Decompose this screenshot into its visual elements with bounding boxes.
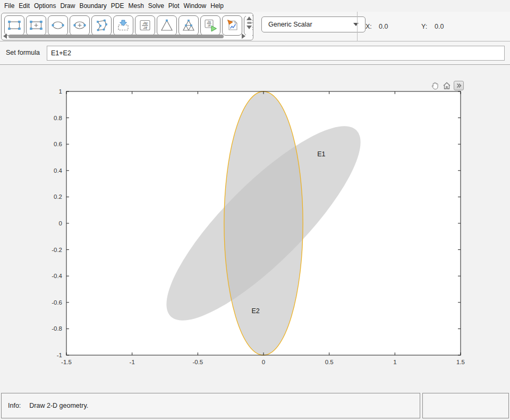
x-tick-label: 1.5 bbox=[456, 359, 465, 365]
solve-pde-button[interactable]: ∂u ∂t bbox=[200, 15, 220, 36]
status-side-panel bbox=[422, 393, 509, 418]
y-tick-label: -0.2 bbox=[52, 247, 62, 253]
svg-text:∂t: ∂t bbox=[143, 26, 148, 30]
x-coordinate-label: X: bbox=[366, 23, 372, 30]
menu-item-solve[interactable]: Solve bbox=[146, 2, 166, 10]
hscrollbar-thumb[interactable] bbox=[8, 35, 224, 38]
polygon-icon bbox=[94, 18, 109, 33]
pde-modeler-window: File Edit Options Draw Boundary PDE Mesh… bbox=[0, 0, 510, 420]
boundary-mode-button[interactable] bbox=[113, 15, 133, 36]
plot-solution-icon bbox=[224, 18, 240, 33]
y-tick-label: -0.8 bbox=[52, 325, 62, 332]
draw-rectangle-button[interactable] bbox=[4, 15, 24, 36]
menu-item-file[interactable]: File bbox=[2, 2, 16, 10]
menu-item-pde[interactable]: PDE bbox=[109, 2, 126, 10]
menu-item-plot[interactable]: Plot bbox=[166, 2, 182, 10]
set-formula-label: Set formula bbox=[6, 49, 40, 56]
y-tick-label: 0.8 bbox=[54, 115, 62, 121]
shape-name-label-e2: E2 bbox=[252, 307, 260, 315]
header-separator bbox=[357, 12, 358, 41]
y-tick-label: 0.2 bbox=[54, 194, 62, 200]
y-tick-label: 0 bbox=[59, 220, 62, 226]
toolbar-strip: ∂u ∂t bbox=[0, 12, 510, 41]
draw-ellipse-button[interactable] bbox=[48, 15, 68, 36]
rectangle-icon bbox=[6, 18, 22, 33]
chevron-down-icon bbox=[353, 23, 359, 26]
menu-item-help[interactable]: Help bbox=[208, 2, 226, 10]
ellipse-centered-icon bbox=[72, 18, 88, 33]
menu-bar: File Edit Options Draw Boundary PDE Mesh… bbox=[0, 0, 510, 12]
ellipse-icon bbox=[50, 18, 66, 33]
y-tick-label: -0.4 bbox=[52, 273, 62, 279]
plot-solution-button[interactable] bbox=[222, 15, 242, 36]
vscrollbar-thumb[interactable] bbox=[247, 22, 252, 24]
plot-area: -1.5-1-0.500.511.5-1-0.8-0.6-0.4-0.200.2… bbox=[0, 65, 510, 392]
boundary-arrow-icon bbox=[115, 18, 131, 33]
pde-type-dropdown[interactable]: Generic Scalar bbox=[261, 16, 366, 32]
menu-item-options[interactable]: Options bbox=[32, 2, 58, 10]
plot-nav-toolbar bbox=[430, 81, 464, 90]
pde-type-value: Generic Scalar bbox=[268, 21, 353, 28]
menu-item-boundary[interactable]: Boundary bbox=[77, 2, 108, 10]
x-tick-label: 0.5 bbox=[325, 359, 334, 365]
y-tick-label: -0.6 bbox=[52, 299, 62, 306]
toolbar-panel: ∂u ∂t bbox=[1, 13, 253, 40]
solve-pde-icon: ∂u ∂t bbox=[202, 18, 218, 33]
y-coordinate-value: 0.0 bbox=[435, 23, 444, 30]
y-tick-label: 1 bbox=[59, 88, 62, 95]
menu-item-mesh[interactable]: Mesh bbox=[126, 2, 146, 10]
scroll-left-arrow-icon[interactable] bbox=[3, 33, 7, 39]
y-coordinate-label: Y: bbox=[421, 23, 427, 30]
draw-polygon-button[interactable] bbox=[91, 15, 112, 36]
status-info-label: Info: bbox=[8, 402, 21, 409]
double-chevron-icon bbox=[456, 82, 462, 89]
mesh-triangle-icon bbox=[159, 18, 175, 33]
refine-mesh-icon bbox=[181, 18, 197, 33]
shape-name-label-e1: E1 bbox=[317, 150, 325, 158]
x-tick-label: -1.5 bbox=[61, 359, 72, 365]
formula-bar: Set formula bbox=[0, 41, 510, 65]
menu-item-edit[interactable]: Edit bbox=[16, 2, 32, 10]
pde-specification-button[interactable]: ∂u ∂t bbox=[135, 15, 155, 36]
svg-text:∂u: ∂u bbox=[143, 21, 148, 26]
y-tick-label: 0.6 bbox=[54, 141, 62, 147]
x-tick-label: 0 bbox=[262, 359, 265, 365]
hscrollbar-track[interactable] bbox=[8, 34, 240, 39]
svg-text:∂u: ∂u bbox=[207, 20, 211, 23]
home-icon[interactable] bbox=[442, 81, 452, 90]
y-tick-label: 0.4 bbox=[54, 167, 63, 174]
x-tick-label: -1 bbox=[130, 359, 135, 365]
pde-coefficients-icon: ∂u ∂t bbox=[137, 18, 153, 33]
toolbar-buttons: ∂u ∂t bbox=[4, 15, 253, 36]
set-formula-input[interactable] bbox=[47, 46, 505, 61]
status-message: Draw 2-D geometry. bbox=[29, 402, 88, 409]
toolbar-vertical-scrollbar bbox=[246, 15, 252, 36]
scroll-up-arrow-icon[interactable] bbox=[246, 16, 252, 20]
scroll-down-arrow-icon[interactable] bbox=[246, 26, 252, 29]
x-tick-label: 1 bbox=[393, 359, 396, 365]
draw-ellipse-centered-button[interactable] bbox=[70, 15, 90, 36]
menu-item-draw[interactable]: Draw bbox=[58, 2, 77, 10]
rectangle-centered-icon bbox=[28, 18, 44, 33]
refine-mesh-button[interactable] bbox=[178, 15, 199, 36]
menu-item-window[interactable]: Window bbox=[182, 2, 209, 10]
x-tick-label: -0.5 bbox=[192, 359, 203, 365]
draw-rectangle-centered-button[interactable] bbox=[26, 15, 46, 36]
initialize-mesh-button[interactable] bbox=[157, 15, 177, 36]
y-tick-label: -1 bbox=[57, 352, 62, 358]
geometry-canvas[interactable]: -1.5-1-0.500.511.5-1-0.8-0.6-0.4-0.200.2… bbox=[0, 65, 510, 392]
toolbar-horizontal-scrollbar bbox=[3, 33, 245, 39]
scroll-right-arrow-icon[interactable] bbox=[242, 33, 245, 39]
more-tools-button[interactable] bbox=[454, 81, 464, 90]
svg-text:∂t: ∂t bbox=[208, 23, 211, 27]
pan-hand-icon[interactable] bbox=[430, 81, 440, 90]
status-bar: Info: Draw 2-D geometry. bbox=[1, 393, 420, 418]
x-coordinate-value: 0.0 bbox=[379, 23, 388, 30]
